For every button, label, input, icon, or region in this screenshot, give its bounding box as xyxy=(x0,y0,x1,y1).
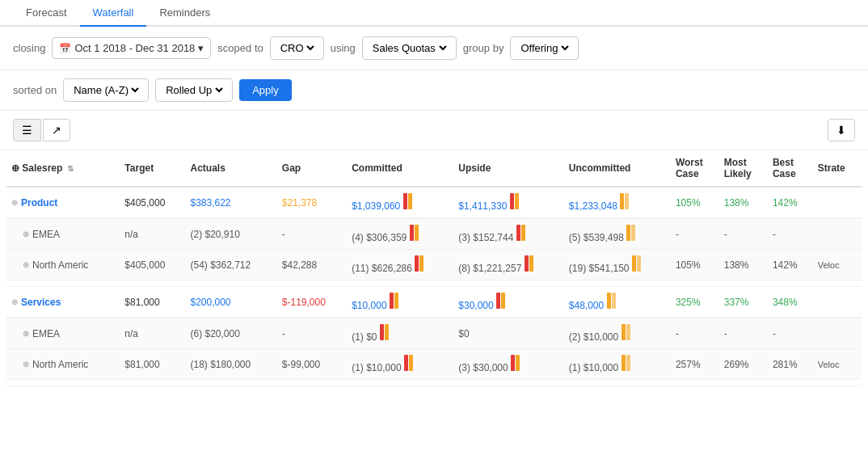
committed-cell: $1,039,060 xyxy=(347,187,453,218)
section-name-link[interactable]: Product xyxy=(21,197,57,209)
sub-name: EMEA xyxy=(32,229,60,240)
th-gap: Gap xyxy=(277,150,347,187)
mini-bar xyxy=(622,355,630,371)
table-row: ⊕ Services $81,000 $200,000 $-119,000 $1… xyxy=(6,287,862,318)
table-row: ⊕ North Americ $81,000 (18) $180,000 $-9… xyxy=(6,349,862,380)
expand-icon[interactable]: ⊕ xyxy=(11,198,18,207)
chart-view-button[interactable]: ↗ xyxy=(43,119,70,141)
best-cell: - xyxy=(768,219,813,250)
mini-bar xyxy=(516,225,525,241)
filter-bar-row1: closing 📅 Oct 1 2018 - Dec 31 2018 ▾ sco… xyxy=(0,27,868,70)
salesrep-cell: ⊕ North Americ xyxy=(6,349,120,380)
best-cell: 281% xyxy=(768,349,813,380)
mini-bar xyxy=(510,193,519,209)
scoped-to-select[interactable]: CRO xyxy=(270,36,324,60)
group-by-label: group by xyxy=(463,42,504,54)
committed-cell: $10,000 xyxy=(347,287,453,318)
expand-icon[interactable]: ⊕ xyxy=(23,329,29,338)
th-target: Target xyxy=(120,150,185,187)
list-view-button[interactable]: ☰ xyxy=(13,119,41,141)
target-cell: n/a xyxy=(120,219,185,250)
upside-cell: (3) $152,744 xyxy=(453,219,563,250)
download-button[interactable]: ⬇ xyxy=(828,119,855,141)
th-upside: Upside xyxy=(453,150,563,187)
table-row: ⊕ EMEA n/a (6) $20,000 - (1) $0 $0 (2) $… xyxy=(6,318,862,349)
best-cell: 142% xyxy=(768,250,813,280)
worst-cell: 105% xyxy=(671,250,719,280)
sub-name: North Americ xyxy=(32,359,88,370)
using-select[interactable]: Sales Quotas xyxy=(362,36,457,60)
committed-cell: (1) $10,000 xyxy=(347,349,453,380)
uncommitted-cell: $1,233,048 xyxy=(564,187,671,218)
target-cell: n/a xyxy=(120,318,185,349)
uncommitted-cell: $48,000 xyxy=(564,287,671,318)
actuals-cell: (18) $180,000 xyxy=(185,349,276,380)
salesrep-cell: ⊕ Product xyxy=(6,187,120,218)
strate-cell xyxy=(813,287,862,318)
expand-icon[interactable]: ⊕ xyxy=(11,297,18,306)
sub-name: EMEA xyxy=(32,328,60,339)
expand-icon[interactable]: ⊕ xyxy=(23,260,29,269)
tab-reminders[interactable]: Reminders xyxy=(146,0,223,27)
date-chevron-icon: ▾ xyxy=(198,42,204,54)
mini-bar xyxy=(607,293,616,309)
best-cell: 142% xyxy=(768,187,813,218)
mini-bar xyxy=(620,193,629,209)
gap-cell: $42,288 xyxy=(277,250,347,280)
apply-button[interactable]: Apply xyxy=(239,79,292,101)
best-cell: 348% xyxy=(768,287,813,318)
group-by-dropdown[interactable]: Offering xyxy=(517,41,571,55)
sort-icon: ⇅ xyxy=(67,164,74,173)
th-committed: Committed xyxy=(347,150,453,187)
mini-bar xyxy=(415,255,423,272)
section-name-link[interactable]: Services xyxy=(21,297,61,308)
spacer-row xyxy=(6,380,862,386)
rolled-up-select[interactable]: Rolled Up xyxy=(155,78,233,102)
salesrep-cell: ⊕ Services xyxy=(6,287,120,318)
salesrep-cell: ⊕ EMEA xyxy=(6,318,120,349)
tab-forecast[interactable]: Forecast xyxy=(13,0,80,27)
actuals-cell: (2) $20,910 xyxy=(185,219,276,250)
mini-bar xyxy=(410,225,419,241)
scoped-to-dropdown[interactable]: CRO xyxy=(277,41,317,55)
mini-bar xyxy=(403,193,412,209)
expand-icon[interactable]: ⊕ xyxy=(23,360,29,369)
mini-bar xyxy=(626,225,635,241)
view-toggle: ☰ ↗ xyxy=(13,119,70,141)
worst-cell: - xyxy=(671,318,719,349)
committed-cell: (4) $306,359 xyxy=(347,219,453,250)
tab-waterfall[interactable]: Waterfall xyxy=(80,0,147,27)
most-cell: 269% xyxy=(719,349,768,380)
uncommitted-cell: (5) $539,498 xyxy=(564,219,671,250)
most-cell: 138% xyxy=(719,187,768,218)
upside-cell: (8) $1,221,257 xyxy=(453,250,563,280)
date-picker[interactable]: 📅 Oct 1 2018 - Dec 31 2018 ▾ xyxy=(52,37,211,59)
using-dropdown[interactable]: Sales Quotas xyxy=(369,41,449,55)
committed-cell: (1) $0 xyxy=(347,318,453,349)
gap-cell: - xyxy=(277,318,347,349)
th-most: MostLikely xyxy=(719,150,768,187)
filter-bar-row2: sorted on Name (A-Z) Rolled Up Apply xyxy=(0,70,868,111)
strate-cell xyxy=(813,318,862,349)
group-by-select[interactable]: Offering xyxy=(510,36,579,60)
best-cell: - xyxy=(768,318,813,349)
rolled-up-dropdown[interactable]: Rolled Up xyxy=(162,83,225,97)
upside-cell: $0 xyxy=(453,318,563,349)
th-best: BestCase xyxy=(768,150,813,187)
scoped-to-label: scoped to xyxy=(217,42,263,54)
mini-bar xyxy=(622,324,630,340)
uncommitted-cell: (1) $10,000 xyxy=(564,349,671,380)
strate-cell xyxy=(813,187,862,218)
expand-icon[interactable]: ⊕ xyxy=(23,230,29,238)
mini-bar xyxy=(390,293,398,309)
sorted-on-dropdown[interactable]: Name (A-Z) xyxy=(70,83,141,97)
actuals-cell: $383,622 xyxy=(185,187,276,218)
upside-cell: (3) $30,000 xyxy=(453,349,563,380)
mini-bar xyxy=(525,255,533,272)
th-salesrep[interactable]: ⊕ Salesrep ⇅ xyxy=(6,150,120,187)
sorted-on-select[interactable]: Name (A-Z) xyxy=(63,78,149,102)
most-cell: - xyxy=(719,318,768,349)
actuals-cell: (54) $362,712 xyxy=(185,250,276,280)
mini-bar xyxy=(496,293,505,309)
data-table-wrapper: ⊕ Salesrep ⇅ Target Actuals Gap Committe… xyxy=(0,150,868,386)
